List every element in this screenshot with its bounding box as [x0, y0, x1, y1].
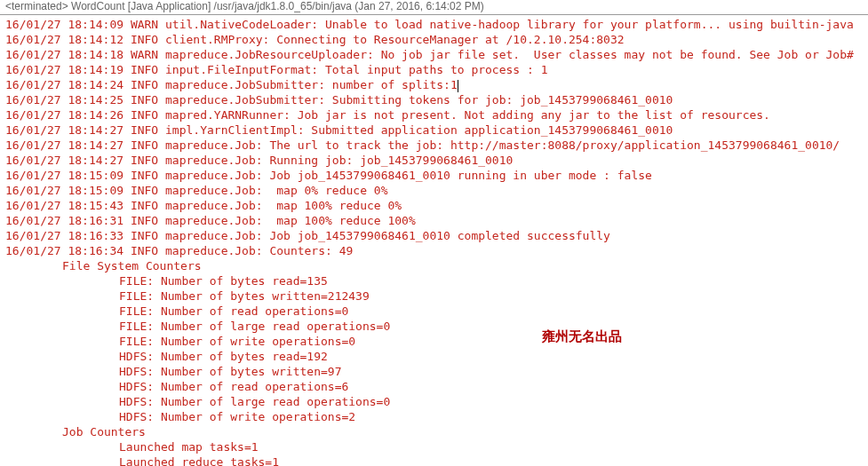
log-line: 16/01/27 18:14:24 INFO mapreduce.JobSubm… — [5, 77, 863, 92]
log-line: HDFS: Number of bytes read=192 — [5, 349, 863, 364]
log-line: 16/01/27 18:15:09 INFO mapreduce.Job: ma… — [5, 183, 863, 198]
log-line: Launched reduce tasks=1 — [5, 454, 863, 466]
log-line: 16/01/27 18:14:19 INFO input.FileInputFo… — [5, 62, 863, 77]
log-line: HDFS: Number of bytes written=97 — [5, 364, 863, 379]
log-line: FILE: Number of large read operations=0 — [5, 319, 863, 334]
log-line: 16/01/27 18:14:18 WARN mapreduce.JobReso… — [5, 47, 863, 62]
console-output[interactable]: 16/01/27 18:14:09 WARN util.NativeCodeLo… — [0, 15, 868, 466]
log-line: 16/01/27 18:14:26 INFO mapred.YARNRunner… — [5, 107, 863, 122]
log-line: 16/01/27 18:15:09 INFO mapreduce.Job: Jo… — [5, 168, 863, 183]
log-line: 16/01/27 18:14:27 INFO impl.YarnClientIm… — [5, 122, 863, 138]
log-line: HDFS: Number of read operations=6 — [5, 379, 863, 394]
log-line: HDFS: Number of write operations=2 — [5, 409, 863, 424]
log-line: FILE: Number of bytes read=135 — [5, 273, 863, 288]
log-line: HDFS: Number of large read operations=0 — [5, 394, 863, 409]
log-line: File System Counters — [5, 258, 863, 273]
log-line: FILE: Number of write operations=0 — [5, 334, 863, 349]
log-line: 16/01/27 18:14:27 INFO mapreduce.Job: Th… — [5, 138, 863, 153]
log-line: FILE: Number of bytes written=212439 — [5, 288, 863, 304]
log-line: FILE: Number of read operations=0 — [5, 304, 863, 319]
log-line: 16/01/27 18:16:34 INFO mapreduce.Job: Co… — [5, 243, 863, 258]
terminated-header: <terminated> WordCount [Java Application… — [0, 0, 868, 15]
log-line: 16/01/27 18:14:12 INFO client.RMProxy: C… — [5, 32, 863, 47]
log-line: 16/01/27 18:16:31 INFO mapreduce.Job: ma… — [5, 213, 863, 228]
log-line: 16/01/27 18:14:09 WARN util.NativeCodeLo… — [5, 17, 863, 32]
header-text: <terminated> WordCount [Java Application… — [5, 0, 484, 12]
log-line: 16/01/27 18:14:25 INFO mapreduce.JobSubm… — [5, 92, 863, 107]
log-line: 16/01/27 18:15:43 INFO mapreduce.Job: ma… — [5, 198, 863, 213]
log-line: Job Counters — [5, 424, 863, 439]
log-line: 16/01/27 18:14:27 INFO mapreduce.Job: Ru… — [5, 153, 863, 168]
log-line: 16/01/27 18:16:33 INFO mapreduce.Job: Jo… — [5, 228, 863, 243]
text-caret — [458, 80, 458, 92]
log-line: Launched map tasks=1 — [5, 439, 863, 454]
